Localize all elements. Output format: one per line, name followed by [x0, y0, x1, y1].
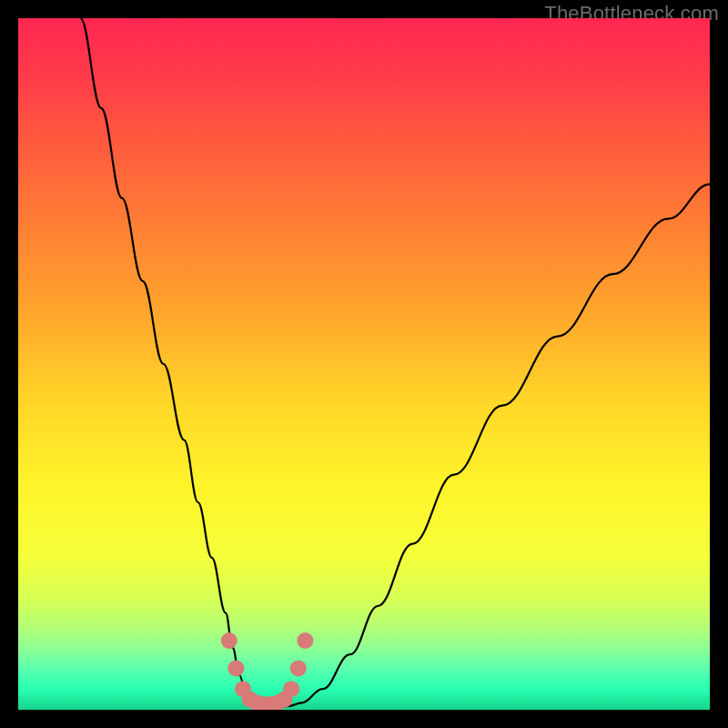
highlight-marker [228, 660, 244, 676]
chart-frame [18, 18, 710, 710]
highlight-marker [290, 660, 307, 676]
bottleneck-curve [18, 18, 710, 710]
curve-path [80, 18, 710, 706]
highlight-marker [221, 632, 238, 649]
highlight-markers [221, 632, 314, 710]
highlight-marker [297, 632, 313, 649]
highlight-marker [283, 681, 299, 697]
